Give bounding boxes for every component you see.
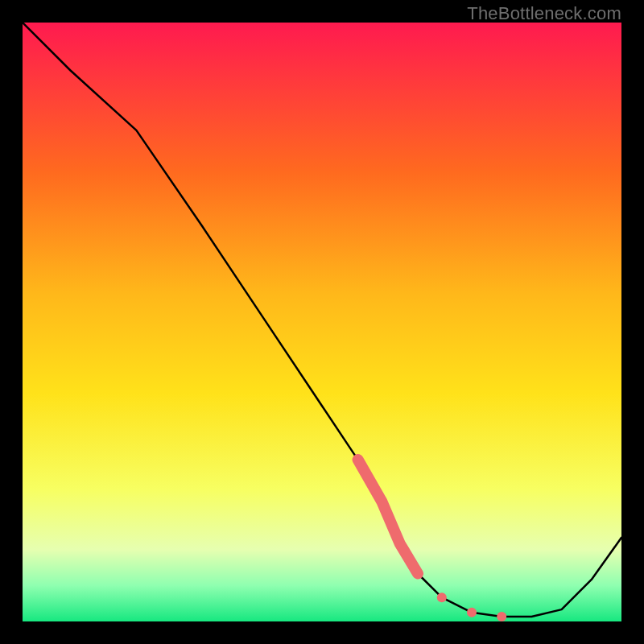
watermark-text: TheBottleneck.com [467, 3, 621, 24]
plot-area [23, 23, 621, 621]
gradient-background [23, 23, 621, 621]
dot [437, 592, 447, 602]
dot [497, 612, 506, 621]
chart-container: TheBottleneck.com [0, 0, 644, 644]
dot [467, 608, 477, 617]
chart-svg [23, 23, 621, 621]
